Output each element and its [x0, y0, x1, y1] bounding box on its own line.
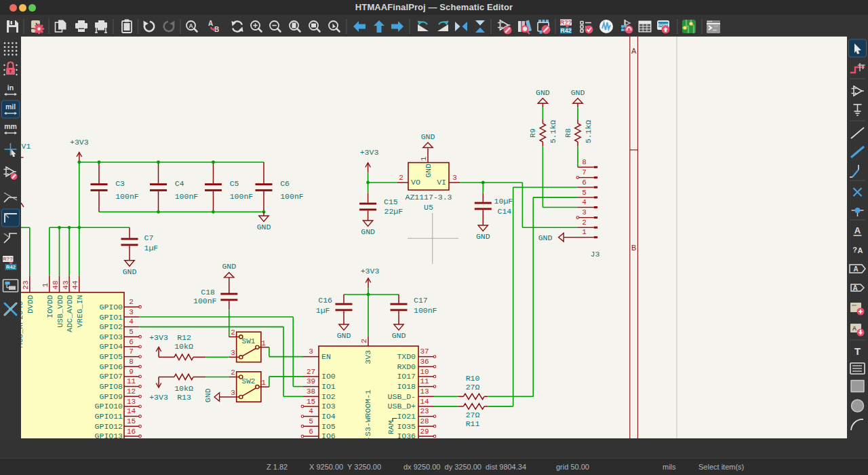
svg-text:mil: mil [5, 102, 16, 111]
svg-text:100nF: 100nF [115, 192, 139, 201]
svg-text:8: 8 [582, 158, 587, 166]
svg-text:29: 29 [420, 428, 429, 436]
svg-text:B: B [631, 244, 636, 252]
svg-text:+3V3: +3V3 [70, 138, 89, 147]
svg-text:44: 44 [71, 280, 79, 290]
svg-text:A: A [189, 22, 193, 29]
svg-text:4: 4 [309, 407, 313, 415]
svg-text:4: 4 [129, 318, 134, 326]
svg-text:IO17: IO17 [397, 372, 416, 381]
svg-text:27Ω: 27Ω [466, 383, 480, 392]
svg-text:+3V3: +3V3 [149, 333, 168, 342]
svg-text:10: 10 [420, 368, 429, 376]
svg-text:5: 5 [582, 189, 587, 197]
svg-text:A: A [631, 47, 637, 55]
svg-text:IO5: IO5 [321, 422, 336, 431]
svg-text:C15: C15 [384, 197, 398, 206]
svg-text:3: 3 [582, 208, 587, 216]
svg-text:23: 23 [22, 280, 30, 289]
svg-text:GND: GND [204, 388, 213, 402]
svg-text:1: 1 [41, 282, 50, 287]
svg-text:ADC_AVDD: ADC_AVDD [65, 294, 74, 332]
svg-text:C16: C16 [318, 296, 332, 305]
svg-text:38: 38 [307, 387, 315, 396]
svg-text:IO4: IO4 [321, 412, 336, 421]
svg-text:5: 5 [129, 328, 134, 336]
svg-text:USB_D-: USB_D- [388, 392, 416, 401]
svg-text:GPIO12: GPIO12 [95, 422, 123, 431]
svg-text:GPIO7: GPIO7 [99, 372, 123, 381]
svg-text:A: A [858, 246, 863, 254]
svg-text:MCU_RP2040: MCU_RP2040 [21, 301, 24, 347]
svg-text:IO3: IO3 [321, 402, 336, 411]
svg-text:GND: GND [538, 233, 553, 242]
svg-text:A: A [208, 20, 213, 27]
svg-text:GPIO3: GPIO3 [99, 332, 123, 341]
svg-text:39: 39 [307, 377, 315, 385]
svg-text:14: 14 [420, 398, 429, 406]
svg-text:GPIO13: GPIO13 [95, 432, 123, 438]
svg-text:GND: GND [222, 262, 236, 271]
svg-text:EN: EN [321, 352, 331, 361]
svg-text:A: A [853, 265, 858, 273]
svg-text:IO18: IO18 [397, 382, 416, 391]
svg-text:mm: mm [4, 122, 17, 130]
svg-text:in: in [7, 83, 14, 92]
svg-text:GND: GND [337, 331, 351, 340]
svg-text:3: 3 [231, 349, 235, 357]
svg-text:GND: GND [392, 331, 406, 340]
svg-text:3: 3 [452, 174, 457, 182]
svg-text:T: T [854, 345, 861, 357]
svg-text:16: 16 [127, 428, 136, 436]
svg-text:?: ? [852, 246, 857, 254]
svg-text:IO35: IO35 [397, 422, 416, 431]
svg-text:2: 2 [231, 368, 235, 377]
svg-text:27Ω: 27Ω [466, 411, 480, 419]
svg-text:IO21: IO21 [397, 412, 416, 421]
svg-text:15: 15 [127, 417, 136, 425]
svg-text:A: A [854, 225, 861, 235]
svg-text:GPIO2: GPIO2 [99, 322, 123, 331]
svg-text:3V3: 3V3 [363, 350, 372, 364]
svg-text:6: 6 [129, 338, 134, 346]
svg-text:100nF: 100nF [414, 306, 437, 315]
svg-text:6: 6 [309, 428, 313, 436]
svg-text:2: 2 [399, 174, 403, 182]
svg-text:23: 23 [420, 407, 429, 415]
svg-text:SW2: SW2 [242, 377, 256, 385]
svg-text:3: 3 [231, 389, 235, 397]
svg-text:6: 6 [582, 178, 587, 187]
svg-text:VI: VI [437, 178, 446, 187]
svg-text:11: 11 [127, 377, 136, 385]
svg-text:J3: J3 [591, 250, 600, 259]
svg-text:USB_D+: USB_D+ [388, 402, 416, 411]
svg-text:A: A [852, 284, 857, 292]
svg-text:R11: R11 [466, 419, 480, 428]
svg-text:C17: C17 [414, 296, 428, 305]
svg-text:5.1kΩ: 5.1kΩ [584, 120, 593, 144]
svg-text:GND: GND [571, 88, 585, 97]
svg-text:2: 2 [582, 218, 587, 227]
svg-text:5: 5 [309, 417, 313, 425]
svg-text:R??: R?? [3, 256, 13, 262]
svg-text:7: 7 [582, 168, 587, 176]
svg-text:12: 12 [127, 387, 136, 396]
svg-text:3: 3 [309, 347, 313, 356]
svg-text:+3V3: +3V3 [360, 148, 379, 157]
svg-text:28: 28 [420, 417, 429, 425]
svg-text:10kΩ: 10kΩ [174, 384, 193, 393]
svg-text:IOVDD: IOVDD [45, 294, 54, 318]
svg-text:37: 37 [420, 347, 429, 356]
svg-text:R9: R9 [528, 128, 537, 138]
svg-text:GPIO0: GPIO0 [99, 303, 123, 311]
svg-text:V1: V1 [22, 142, 31, 151]
svg-text:GPIO4: GPIO4 [99, 342, 123, 351]
svg-text:5.1kΩ: 5.1kΩ [549, 120, 557, 144]
svg-text:C18: C18 [201, 288, 215, 297]
svg-text:1: 1 [582, 228, 587, 236]
svg-text:GPIO8: GPIO8 [99, 382, 123, 391]
svg-text:14: 14 [127, 407, 136, 415]
svg-text:R42: R42 [6, 264, 16, 270]
svg-text:TXD0: TXD0 [397, 352, 416, 361]
svg-text:R42: R42 [560, 27, 572, 34]
